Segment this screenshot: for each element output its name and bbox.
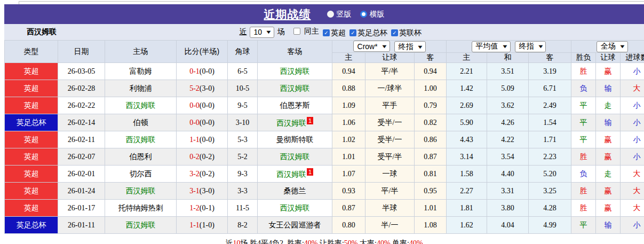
result-cell: 胜 bbox=[571, 63, 596, 80]
result-cell: 平 bbox=[571, 97, 596, 114]
away-team-cell: 西汉姆联1 bbox=[258, 114, 332, 131]
away-team-cell: 曼彻斯特联 bbox=[258, 131, 332, 148]
fulltime-score: 0-0 bbox=[189, 101, 200, 109]
checkbox-same-home[interactable]: 同主 bbox=[293, 27, 319, 36]
checkbox-icon: ✓ bbox=[391, 29, 398, 36]
table-row: 英超26-02-28利物浦5-2(3-0)10-5西汉姆联0.88一/球半1.0… bbox=[5, 80, 644, 97]
ah-away-odds-cell: 0.82 bbox=[415, 114, 447, 131]
ah-away-odds-cell: 0.87 bbox=[415, 148, 447, 166]
halftime-score: (0-0) bbox=[200, 119, 214, 127]
divider bbox=[19, 1, 644, 2]
halftime-score: (0-0) bbox=[200, 67, 214, 75]
scope-select[interactable]: 全场▼ bbox=[597, 41, 628, 52]
odds-away-cell: 3.19 bbox=[529, 63, 571, 80]
corners-cell: 10-5 bbox=[228, 80, 258, 97]
column-subheader: 进球数 bbox=[621, 53, 644, 63]
ah-line-cell: 受半/一 bbox=[365, 114, 415, 131]
checkbox-premier-league[interactable]: ✓英超 bbox=[323, 28, 346, 38]
table-row: 英超26-01-24西汉姆联3-1(3-0)3-3桑德兰0.93平/半0.952… bbox=[5, 183, 644, 200]
result-cell: 平 bbox=[571, 114, 596, 131]
filter-controls: 近 10 ▼ 场 同主✓英超✓英足总杯✓英联杯 bbox=[240, 27, 422, 38]
home-team-cell: 西汉姆联 bbox=[105, 183, 177, 200]
ah-line-cell: 半/一 bbox=[365, 217, 415, 234]
ah-line-cell: 半球 bbox=[365, 200, 415, 217]
halftime-score: (0-2) bbox=[200, 153, 214, 161]
type-cell: 英超 bbox=[5, 131, 58, 148]
halftime-score: (0-0) bbox=[200, 136, 214, 144]
odds-draw-cell: 3.51 bbox=[487, 63, 529, 80]
ah-line-cell: 受平/半 bbox=[365, 148, 415, 166]
bookmaker-select-value: Crow* bbox=[357, 42, 378, 51]
odds-draw-cell: 3.80 bbox=[487, 200, 529, 217]
radio-icon bbox=[360, 11, 367, 18]
ah-result-cell: 赢 bbox=[596, 148, 621, 166]
date-cell: 26-02-28 bbox=[58, 80, 105, 97]
handicap-stage-select[interactable]: 终指▼ bbox=[394, 41, 426, 52]
odds-home-cell: 1.81 bbox=[447, 200, 487, 217]
away-team-cell: 西汉姆联 bbox=[258, 80, 332, 97]
fulltime-score: 3-2 bbox=[189, 170, 200, 178]
table-row: 英超26-03-05富勒姆0-1(0-0)6-5西汉姆联0.94平/半0.942… bbox=[5, 63, 644, 80]
goals-cell: 小 bbox=[621, 63, 644, 80]
halftime-score: (3-0) bbox=[200, 84, 214, 92]
odds-selector-group: 平均值▼终指▼ bbox=[447, 41, 571, 53]
checkbox-icon: ✓ bbox=[323, 29, 330, 36]
odds-away-cell: 2.23 bbox=[529, 148, 571, 166]
chevron-down-icon: ▼ bbox=[265, 29, 272, 35]
checkbox-fa-cup[interactable]: ✓英足总杯 bbox=[349, 28, 387, 38]
handicap-stage-select-value: 终指 bbox=[399, 42, 414, 52]
away-team-name: 西汉姆联 bbox=[276, 170, 306, 178]
ah-home-odds-cell: 0.88 bbox=[332, 80, 365, 97]
result-cell: 负 bbox=[571, 80, 596, 97]
score-cell: 1-2(0-1) bbox=[177, 200, 228, 217]
checkbox-label: 英超 bbox=[331, 28, 346, 38]
odds-home-cell: 2.21 bbox=[447, 63, 487, 80]
odds-away-cell: 2.49 bbox=[529, 97, 571, 114]
goals-cell: 小 bbox=[621, 131, 644, 148]
ah-home-odds-cell: 0.93 bbox=[332, 183, 365, 200]
fulltime-score: 1-1 bbox=[189, 221, 200, 229]
type-cell: 英超 bbox=[5, 166, 58, 183]
radio-horizontal-layout[interactable]: 横版 bbox=[360, 10, 385, 19]
radio-vertical-layout[interactable]: 竖版 bbox=[327, 10, 352, 19]
type-cell: 英超 bbox=[5, 148, 58, 166]
goals-cell: 小 bbox=[621, 217, 644, 234]
ah-line-cell: 平/半 bbox=[365, 63, 415, 80]
odds-away-cell: 4.28 bbox=[529, 200, 571, 217]
recent-results-panel: 近期战绩 竖版横版 西汉姆联 近 10 ▼ 场 同主✓英超✓英足总杯✓英联杯 类… bbox=[0, 0, 644, 244]
bookmaker-select[interactable]: Crow*▼ bbox=[353, 41, 390, 52]
goals-cell: 大 bbox=[621, 183, 644, 200]
column-header: 比分(半场) bbox=[177, 41, 228, 63]
odds-source-select-value: 平均值 bbox=[476, 42, 498, 51]
divider bbox=[19, 1, 19, 4]
date-cell: 26-01-17 bbox=[58, 200, 105, 217]
away-team-name: 西汉姆联 bbox=[280, 204, 310, 212]
recent-count-value: 10 bbox=[254, 28, 263, 36]
odds-home-cell: 2.27 bbox=[447, 183, 487, 200]
home-team-cell: 西汉姆联 bbox=[105, 131, 177, 148]
recent-count-select[interactable]: 10 ▼ bbox=[250, 27, 275, 38]
type-cell: 英足总杯 bbox=[5, 114, 58, 131]
result-cell: 平 bbox=[571, 131, 596, 148]
ah-home-odds-cell: 0.87 bbox=[332, 200, 365, 217]
result-cell: 胜 bbox=[571, 148, 596, 166]
halftime-score: (0-2) bbox=[200, 170, 214, 178]
table-row: 英超26-02-01切尔西3-2(0-2)9-3西汉姆联11.07一球0.811… bbox=[5, 166, 644, 183]
odds-source-select[interactable]: 平均值▼ bbox=[472, 41, 511, 52]
checkbox-league-cup[interactable]: ✓英联杯 bbox=[391, 28, 422, 38]
recent-prefix-link[interactable]: 近 bbox=[240, 27, 247, 37]
column-subheader: 客 bbox=[415, 53, 447, 63]
home-team-cell: 切尔西 bbox=[105, 166, 177, 183]
odds-draw-cell: 3.62 bbox=[487, 97, 529, 114]
chevron-down-icon: ▼ bbox=[619, 44, 626, 49]
goals-cell: 大 bbox=[621, 166, 644, 183]
score-cell: 0-0(0-0) bbox=[177, 97, 228, 114]
column-subheader: 和 bbox=[487, 53, 529, 63]
odds-home-cell: 1.42 bbox=[447, 80, 487, 97]
scope-select-value: 全场 bbox=[601, 42, 616, 51]
odds-stage-select[interactable]: 终指▼ bbox=[515, 41, 546, 52]
summary-segment: 10 bbox=[233, 239, 240, 244]
away-team-cell: 伯恩茅斯 bbox=[258, 97, 332, 114]
checkbox-icon: ✓ bbox=[349, 29, 356, 36]
column-subheader: 让球 bbox=[365, 53, 415, 63]
